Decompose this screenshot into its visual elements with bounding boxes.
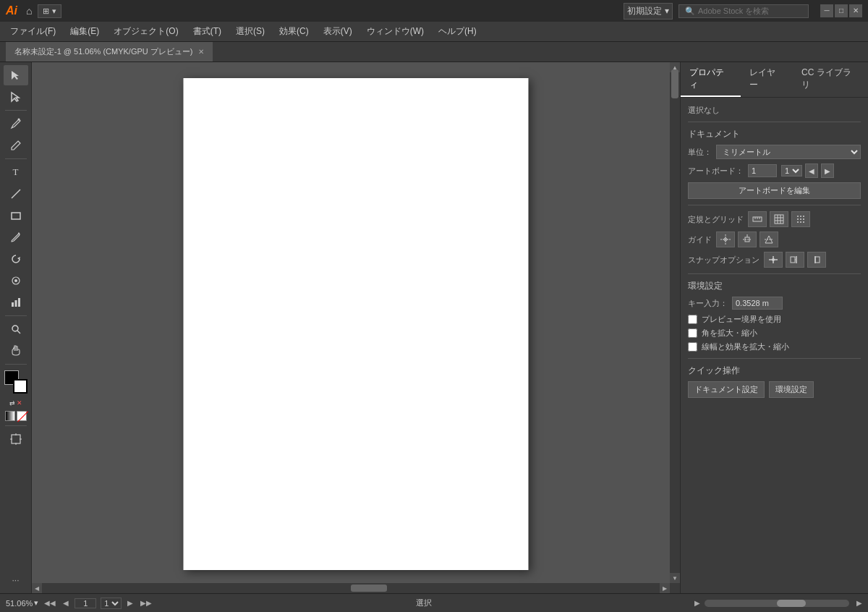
selection-label: 選択なし	[688, 105, 720, 116]
menu-item-----H-[interactable]: ヘルプ(H)	[431, 22, 484, 41]
guide-section-label: ガイド	[688, 234, 712, 245]
workspace-switcher[interactable]: ⊞ ▾	[38, 4, 61, 18]
paintbrush-tool-button[interactable]	[4, 227, 28, 247]
menu-item--------O-[interactable]: オブジェクト(O)	[106, 22, 185, 41]
pencil-tool-button[interactable]	[4, 135, 28, 156]
unit-label: 単位：	[688, 147, 712, 158]
env-settings-button[interactable]: 環境設定	[769, 381, 814, 398]
menu-item------F-[interactable]: ファイル(F)	[3, 22, 63, 41]
menu-item----C-[interactable]: 効果(C)	[272, 22, 316, 41]
canvas-area[interactable]: ▲ ▼ ◀ ▶	[32, 62, 680, 593]
symbol-tool-button[interactable]	[4, 271, 28, 291]
none-color-button[interactable]: ✕	[17, 399, 22, 407]
document-tab[interactable]: 名称未設定-1 @ 51.06% (CMYK/GPU プレビュー) ✕	[6, 42, 213, 61]
snap-icon-button-2[interactable]	[786, 252, 804, 268]
workspace-label: 初期設定	[627, 5, 662, 17]
direct-selection-tool-button[interactable]	[4, 87, 28, 107]
menu-item----V-[interactable]: 表示(V)	[316, 22, 359, 41]
guide-icon-button-3[interactable]	[760, 231, 778, 247]
window-controls: ─ □ ✕	[820, 4, 862, 17]
ruler-icon-button[interactable]	[748, 211, 767, 227]
stroke-swatch[interactable]	[13, 379, 27, 394]
artboard-edit-row: アートボードを編集	[688, 182, 861, 199]
guide-icon-button-1[interactable]	[716, 231, 735, 247]
artboard-number-input[interactable]	[748, 164, 777, 177]
none-box[interactable]	[17, 411, 27, 421]
nav-prev-button[interactable]: ◀	[61, 599, 70, 607]
svg-point-0	[17, 119, 20, 121]
tab-properties[interactable]: プロパティ	[681, 62, 741, 97]
type-tool-button[interactable]: T	[4, 162, 28, 182]
line-tool-button[interactable]	[4, 184, 28, 204]
toolbar-separator-2	[5, 158, 27, 159]
scale-corners-checkbox[interactable]	[688, 328, 697, 338]
guide-icon-button-2[interactable]	[738, 231, 757, 247]
snap-icon-button-3[interactable]	[807, 252, 826, 268]
menu-item----T-[interactable]: 書式(T)	[186, 22, 229, 41]
close-button[interactable]: ✕	[849, 4, 862, 17]
unit-select[interactable]: ミリメートル	[716, 145, 861, 159]
page-number-input[interactable]	[75, 598, 96, 608]
selection-tool-button[interactable]	[4, 65, 28, 85]
zoom-tool-button[interactable]	[4, 319, 28, 339]
key-input-field[interactable]	[732, 297, 783, 310]
hand-tool-button[interactable]	[4, 341, 28, 361]
horizontal-scroll-thumb[interactable]	[777, 600, 806, 607]
nav-next-button[interactable]: ▶	[126, 599, 135, 607]
dot-grid-icon-button[interactable]	[791, 211, 810, 227]
menu-item----E-[interactable]: 編集(E)	[63, 22, 106, 41]
scroll-down-arrow[interactable]: ▼	[670, 573, 680, 583]
artboard-next-button[interactable]: ▶	[821, 163, 834, 178]
preview-boundary-row: プレビュー境界を使用	[688, 314, 861, 325]
graph-tool-button[interactable]	[4, 292, 28, 313]
divider-3	[688, 273, 861, 274]
minimize-button[interactable]: ─	[820, 4, 833, 17]
home-button[interactable]: ⌂	[26, 5, 32, 17]
pen-tool-button[interactable]	[4, 114, 28, 134]
scroll-thumb-vertical[interactable]	[671, 69, 678, 98]
svg-rect-2	[12, 213, 20, 219]
menu-bar: ファイル(F)編集(E)オブジェクト(O)書式(T)選択(S)効果(C)表示(V…	[0, 22, 868, 42]
status-arrow-button[interactable]: ▶	[694, 599, 700, 607]
artboard-tool-button[interactable]	[4, 429, 28, 449]
grid-icon-button[interactable]	[770, 211, 788, 227]
swap-colors-button[interactable]: ⇄	[9, 399, 15, 407]
preview-boundary-checkbox[interactable]	[688, 315, 697, 324]
snap-icon-button-1[interactable]	[764, 252, 783, 268]
menu-item-------W-[interactable]: ウィンドウ(W)	[359, 22, 431, 41]
svg-rect-11	[12, 435, 20, 443]
svg-point-29	[800, 218, 801, 220]
document-settings-button[interactable]: ドキュメント設定	[688, 381, 765, 398]
horizontal-scrollbar[interactable]: ◀ ▶	[32, 583, 670, 593]
scroll-left-arrow[interactable]: ◀	[32, 583, 42, 593]
panel-tabs: プロパティ レイヤー CC ライブラリ	[681, 62, 868, 98]
nav-last-button[interactable]: ▶▶	[139, 599, 153, 607]
menu-item----S-[interactable]: 選択(S)	[229, 22, 272, 41]
zoom-chevron[interactable]: ▾	[34, 598, 38, 608]
page-select[interactable]: 1	[101, 598, 122, 609]
vertical-scrollbar[interactable]: ▲ ▼	[670, 62, 680, 593]
scroll-thumb-horizontal[interactable]	[351, 585, 387, 592]
search-box[interactable]: 🔍	[678, 4, 809, 18]
preview-boundary-label: プレビュー境界を使用	[702, 314, 781, 325]
rectangle-tool-button[interactable]	[4, 205, 28, 226]
status-scroll-right[interactable]: ▶	[856, 599, 862, 607]
more-tools-button[interactable]: ···	[4, 570, 28, 590]
horizontal-scroll-track[interactable]	[705, 600, 849, 607]
gradient-box[interactable]	[5, 411, 15, 421]
tab-close-button[interactable]: ✕	[198, 48, 204, 56]
search-input[interactable]	[698, 7, 799, 15]
rotate-tool-button[interactable]	[4, 249, 28, 269]
workspace-dropdown[interactable]: 初期設定 ▾	[624, 3, 673, 20]
artboard	[184, 78, 529, 570]
status-text: 選択	[158, 598, 690, 608]
artboard-edit-button[interactable]: アートボードを編集	[688, 182, 861, 199]
restore-button[interactable]: □	[835, 4, 848, 17]
artboard-select[interactable]: 1	[781, 165, 802, 177]
tab-cc-libraries[interactable]: CC ライブラリ	[793, 62, 868, 97]
nav-first-button[interactable]: ◀◀	[43, 599, 57, 607]
artboard-prev-button[interactable]: ◀	[805, 163, 818, 178]
scroll-right-arrow[interactable]: ▶	[660, 583, 670, 593]
scale-stroke-checkbox[interactable]	[688, 342, 697, 352]
tab-layers[interactable]: レイヤー	[741, 62, 793, 97]
